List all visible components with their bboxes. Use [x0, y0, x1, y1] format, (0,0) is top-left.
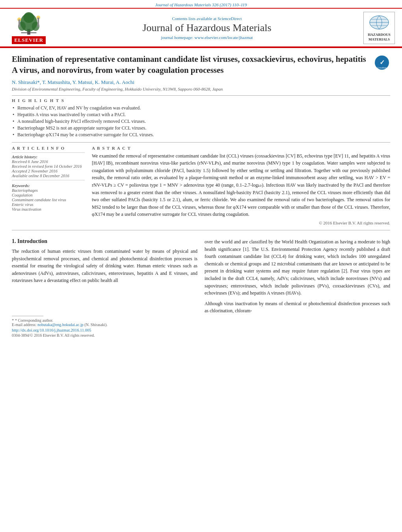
keywords-label: Keywords:: [12, 184, 85, 188]
email-address: nobutaka@eng.hokudai.ac.jp: [37, 323, 84, 327]
main-content: Elimination of representative contaminan…: [0, 48, 402, 238]
star-label: * Corresponding author.: [15, 318, 53, 323]
elsevier-logo: ELSEVIER: [7, 12, 50, 44]
intro-paragraph-2: over the world and are classified by the…: [205, 238, 390, 315]
intro-p1-text: The reduction of human enteric viruses f…: [12, 248, 197, 284]
elsevier-tree-icon: [13, 12, 45, 35]
keyword-4: Enteric virus: [12, 202, 85, 207]
sciencedirect-label: ScienceDirect: [218, 16, 242, 21]
history-label: Article history:: [12, 155, 85, 159]
homepage-prefix: journal homepage:: [161, 35, 194, 40]
keyword-2: Coagulation: [12, 193, 85, 197]
authors: N. Shirasaki*, T. Matsushita, Y. Matsui,…: [12, 79, 390, 85]
doi-link: http://dx.doi.org/10.1016/j.jhazmat.2016…: [12, 328, 197, 332]
intro-heading: 1. Introduction: [12, 238, 197, 245]
svg-text:✓: ✓: [380, 59, 385, 66]
footnote-area: * * Corresponding author. E-mail address…: [12, 316, 197, 337]
full-divider: [12, 230, 390, 230]
sciencedirect-prefix: Contents lists available at: [172, 16, 217, 21]
highlights-section: H I G H L I G H T S Removal of CV, EV, H…: [12, 98, 390, 138]
journal-ref-text: Journal of Hazardous Materials 326 (2017…: [155, 2, 247, 7]
intro-p3-text: Although virus inactivation by means of …: [205, 300, 390, 315]
journal-reference: Journal of Hazardous Materials 326 (2017…: [0, 0, 402, 8]
article-history: Article history: Received 6 June 2016 Re…: [12, 155, 85, 178]
journal-header-center: Contents lists available at ScienceDirec…: [50, 16, 363, 40]
email-suffix: (N. Shirasaki).: [84, 323, 108, 327]
homepage-url: www.elsevier.com/locate/jhazmat: [194, 35, 253, 40]
highlight-item: Removal of CV, EV, HAV and NV by coagula…: [12, 105, 390, 111]
star-symbol: *: [12, 318, 14, 323]
journal-title: Journal of Hazardous Materials: [54, 22, 359, 34]
elsevier-text: ELSEVIER: [12, 36, 46, 44]
body-right-column: over the world and are classified by the…: [205, 238, 390, 337]
journal-header: ELSEVIER Contents lists available at Sci…: [0, 8, 402, 47]
article-title: Elimination of representative contaminan…: [12, 54, 370, 76]
section-title: Introduction: [17, 238, 47, 244]
highlights-header: H I G H L I G H T S: [12, 98, 390, 103]
globe-icon: [368, 15, 390, 30]
info-divider: [12, 152, 85, 153]
highlights-list: Removal of CV, EV, HAV and NV by coagula…: [12, 105, 390, 138]
article-info-header: A R T I C L E I N F O: [12, 146, 85, 150]
authors-text: N. Shirasaki*, T. Matsushita, Y. Matsui,…: [12, 79, 134, 85]
section-number: 1.: [12, 238, 16, 244]
license-text: 0304-3894/© 2016 Elsevier B.V. All right…: [12, 333, 197, 337]
highlight-item: Bacteriophage φX174 may be a conservativ…: [12, 132, 390, 138]
keyword-1: Bacteriophages: [12, 188, 85, 193]
abstract-section: A B S T R A C T We examined the removal …: [92, 146, 390, 225]
journal-homepage: journal homepage: www.elsevier.com/locat…: [54, 35, 359, 40]
received-date: Received 6 June 2016: [12, 159, 85, 164]
divider-after-highlights: [12, 142, 390, 143]
highlight-item: Hepatitis A virus was inactivated by con…: [12, 111, 390, 118]
svg-rect-9: [37, 18, 39, 27]
highlight-item: Bacteriophage MS2 is not an appropriate …: [12, 125, 390, 132]
crossmark-icon: ✓ CrossMark: [374, 55, 389, 70]
article-info-column: A R T I C L E I N F O Article history: R…: [12, 146, 85, 225]
affiliation: Division of Environmental Engineering, F…: [12, 87, 390, 91]
article-info-abstract: A R T I C L E I N F O Article history: R…: [12, 146, 390, 225]
copyright: © 2016 Elsevier B.V. All rights reserved…: [92, 221, 390, 225]
email-label: E-mail address:: [12, 323, 37, 327]
hazardous-badge: HAZARDOUSMATERIALS: [363, 12, 395, 44]
corresponding-author: * * Corresponding author.: [12, 318, 197, 323]
badge-text: HAZARDOUSMATERIALS: [365, 33, 393, 42]
svg-rect-5: [21, 32, 37, 33]
divider-after-affiliation: [12, 95, 390, 96]
footnote: * * Corresponding author. E-mail address…: [12, 318, 197, 327]
crossmark: ✓ CrossMark: [374, 55, 390, 72]
keyword-3: Contaminant candidate list virus: [12, 198, 85, 202]
accepted-date: Accepted 2 November 2016: [12, 169, 85, 173]
available-date: Available online 8 December 2016: [12, 174, 85, 178]
article-title-section: Elimination of representative contaminan…: [12, 54, 390, 76]
keyword-5: Virus inactivation: [12, 207, 85, 211]
highlight-item: A nonsulfated high-basicity PACl effecti…: [12, 118, 390, 125]
abstract-header: A B S T R A C T: [92, 146, 390, 150]
info-divider-2: [12, 180, 85, 180]
badge-container: HAZARDOUSMATERIALS: [363, 12, 395, 44]
received-revised-date: Received in revised form 14 October 2016: [12, 164, 85, 169]
sciencedirect-link: Contents lists available at ScienceDirec…: [54, 16, 359, 21]
svg-text:CrossMark: CrossMark: [377, 67, 387, 69]
email-line: E-mail address: nobutaka@eng.hokudai.ac.…: [12, 323, 197, 327]
body-section: 1. Introduction The reduction of human e…: [0, 238, 402, 337]
intro-p2-text: over the world and are classified by the…: [205, 238, 390, 297]
keywords-section: Keywords: Bacteriophages Coagulation Con…: [12, 184, 85, 211]
intro-paragraph-1: The reduction of human enteric viruses f…: [12, 248, 197, 284]
footnote-divider: [12, 316, 43, 316]
abstract-text: We examined the removal of representativ…: [92, 152, 390, 218]
body-left-column: 1. Introduction The reduction of human e…: [12, 238, 197, 337]
svg-point-4: [23, 12, 34, 23]
svg-rect-7: [19, 19, 20, 27]
